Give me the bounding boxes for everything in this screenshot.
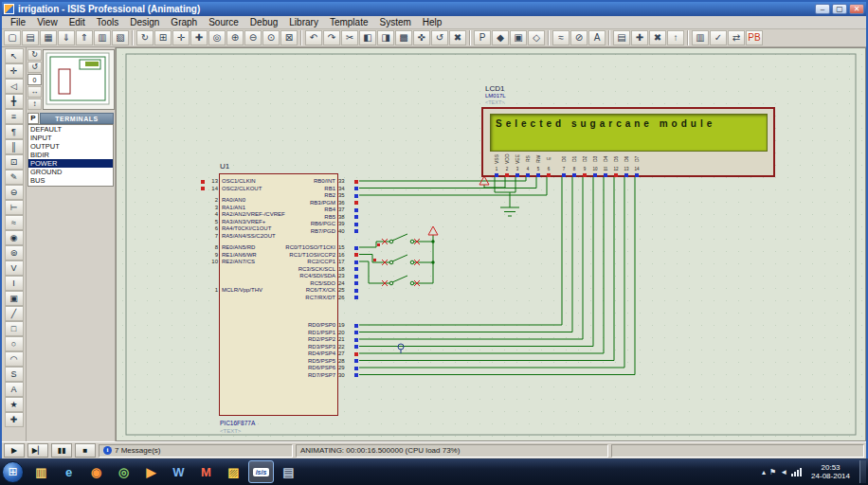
subcircuit-icon[interactable]: ⊡ [5, 154, 24, 170]
rotation-angle-field[interactable]: 0 [27, 74, 42, 85]
maximize-button[interactable]: ▢ [832, 4, 847, 14]
lcd-pin-e[interactable]: E6 [545, 151, 552, 177]
u1-pin-29[interactable]: 29RD6/PSP6 [260, 365, 335, 372]
new-design-icon[interactable]: ▢ [4, 30, 21, 45]
text-script-icon[interactable]: ¶ [5, 124, 24, 139]
device-pin-icon[interactable]: ⊢ [5, 200, 24, 215]
u1-pin-16[interactable]: 16RC1/T1OSI/CCP2 [260, 252, 335, 260]
generator-mode-icon[interactable]: ⊚ [5, 245, 24, 260]
menu-design[interactable]: Design [125, 17, 164, 27]
u1-pin-36[interactable]: 36RB3/PGM [260, 200, 335, 207]
wire-autorouter-icon[interactable]: ≈ [552, 30, 570, 45]
terminal-item-output[interactable]: OUTPUT [28, 142, 113, 151]
make-device-icon[interactable]: ◆ [492, 30, 509, 45]
u1-pin-34[interactable]: 34RB1 [260, 186, 335, 193]
u1-pin-19[interactable]: 19RD0/PSP0 [260, 322, 335, 330]
voltage-probe-icon[interactable]: V [5, 260, 24, 276]
u1-pin-21[interactable]: 21RD2/PSP2 [260, 336, 335, 344]
copy-icon[interactable]: ◧ [359, 30, 376, 45]
show-desktop-button[interactable] [859, 460, 866, 483]
terminal-item-input[interactable]: INPUT [28, 134, 113, 142]
taskbar-media-player[interactable]: ▶ [138, 460, 164, 483]
menu-view[interactable]: View [32, 17, 63, 27]
lcd-pin-d3[interactable]: D310 [591, 151, 599, 177]
new-sheet-icon[interactable]: ✚ [631, 30, 648, 45]
lcd-pin-rs[interactable]: RS4 [524, 151, 532, 177]
u1-pin-18[interactable]: 18RC3/SCK/SCL [260, 266, 335, 274]
menu-file[interactable]: File [6, 17, 30, 27]
u1-pin-38[interactable]: 38RB5 [260, 214, 335, 222]
zoom-all-icon[interactable]: ⊙ [262, 30, 280, 45]
paste-icon[interactable]: ◨ [377, 30, 394, 45]
redraw-icon[interactable]: ↻ [136, 30, 154, 45]
u1-pin-17[interactable]: 17RC2/CCP1 [260, 259, 335, 266]
electrical-rules-check-icon[interactable]: ✓ [710, 30, 727, 45]
lcd-pin-d6[interactable]: D613 [623, 151, 630, 177]
stop-button[interactable]: ■ [75, 443, 96, 458]
rotate-cw-button[interactable]: ↻ [27, 49, 42, 61]
volume-icon[interactable]: ◄ [780, 468, 787, 476]
lcd-pin-vee[interactable]: VEE3 [514, 151, 521, 177]
mark-output-area-icon[interactable]: ▧ [112, 30, 129, 45]
u1-pin-30[interactable]: 30RD7/PSP7 [260, 372, 335, 380]
u1-pin-25[interactable]: 25RC6/TX/CK [260, 287, 335, 295]
circle-2d-icon[interactable]: ○ [5, 336, 24, 351]
component-u1-pic16f877a[interactable]: U1 13OSC1/CLKIN14OSC2/CLKOUT2RA0/AN03RA1… [219, 173, 338, 416]
menu-library[interactable]: Library [284, 17, 323, 27]
design-explorer-icon[interactable]: ▤ [613, 30, 630, 45]
menu-graph[interactable]: Graph [166, 17, 202, 27]
taskbar-clock[interactable]: 20:53 24-08-2014 [805, 463, 856, 480]
network-icon[interactable] [791, 468, 802, 476]
u1-pin-39[interactable]: 39RB6/PGC [260, 221, 335, 228]
zoom-area-icon[interactable]: ⊠ [280, 30, 298, 45]
block-delete-icon[interactable]: ✖ [449, 30, 466, 45]
taskbar-windows-explorer[interactable]: ▥ [28, 460, 54, 483]
u1-pin-27[interactable]: 27RD4/PSP4 [260, 350, 335, 358]
component-mode-icon[interactable]: ◁ [5, 79, 24, 94]
text-2d-icon[interactable]: A [5, 382, 24, 397]
cut-icon[interactable]: ✂ [341, 30, 358, 45]
wire-label-icon[interactable]: ≡ [5, 109, 24, 124]
terminal-item-ground[interactable]: GROUND [28, 168, 113, 176]
mirror-horizontal-button[interactable]: ↔ [27, 86, 42, 98]
minimize-button[interactable]: – [815, 4, 830, 14]
u1-pin-26[interactable]: 26RC7/RX/DT [260, 295, 335, 302]
taskbar-matlab[interactable]: M [193, 460, 219, 483]
menu-edit[interactable]: Edit [64, 17, 90, 27]
instant-edit-icon[interactable]: ✎ [5, 170, 24, 185]
terminal-item-bus[interactable]: BUS [28, 176, 113, 185]
bus-mode-icon[interactable]: ║ [5, 139, 24, 154]
menu-debug[interactable]: Debug [245, 17, 282, 27]
search-tag-icon[interactable]: ⊘ [570, 30, 588, 45]
menu-system[interactable]: System [374, 17, 415, 27]
u1-pin-35[interactable]: 35RB2 [260, 192, 335, 200]
undo-icon[interactable]: ↶ [305, 30, 322, 45]
packaging-tool-icon[interactable]: ▣ [510, 30, 527, 45]
taskbar-internet-explorer[interactable]: e [56, 460, 81, 483]
terminal-item-bidir[interactable]: BIDIR [28, 151, 113, 159]
pause-button[interactable]: ▮▮ [51, 443, 72, 458]
menu-tools[interactable]: Tools [92, 17, 123, 27]
lcd-pin-d1[interactable]: D18 [570, 151, 578, 177]
lcd-pin-vdd[interactable]: VDD2 [503, 151, 511, 177]
pick-device-icon[interactable]: P [474, 30, 491, 45]
lcd-pin-d5[interactable]: D512 [612, 151, 620, 177]
property-assignment-icon[interactable]: A [588, 30, 606, 45]
menu-source[interactable]: Source [204, 17, 244, 27]
netlist-compiler-icon[interactable]: ⇄ [728, 30, 745, 45]
open-design-icon[interactable]: ▤ [22, 30, 39, 45]
u1-pin-23[interactable]: 23RC4/SDI/SDA [260, 273, 335, 280]
u1-pin-15[interactable]: 15RC0/T1OSO/T1CKI [260, 244, 335, 252]
current-probe-icon[interactable]: I [5, 276, 24, 291]
graph-mode-icon[interactable]: ≈ [5, 215, 24, 230]
taskbar-firefox[interactable]: ◉ [83, 460, 109, 483]
u1-pin-37[interactable]: 37RB4 [260, 207, 335, 214]
lcd-module-body[interactable]: Selected sugarcane module VSS1VDD2VEE3RS… [481, 107, 775, 177]
save-design-icon[interactable]: ▦ [40, 30, 57, 45]
print-design-icon[interactable]: ▥ [94, 30, 111, 45]
close-button[interactable]: ✕ [849, 4, 864, 14]
step-button[interactable]: ▶▏ [27, 443, 48, 458]
menu-help[interactable]: Help [418, 17, 447, 27]
x-cursor-icon[interactable]: ✚ [190, 30, 208, 45]
tape-recorder-icon[interactable]: ◉ [5, 230, 24, 245]
